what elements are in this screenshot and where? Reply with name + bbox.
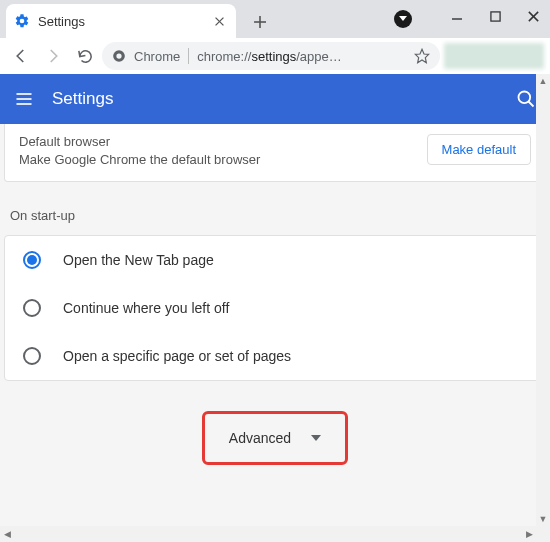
scroll-up-icon[interactable]: ▲ (536, 74, 550, 88)
omnibox[interactable]: Chrome chrome://settings/appe… (102, 42, 440, 70)
close-window-button[interactable] (518, 4, 548, 28)
svg-point-14 (519, 92, 531, 104)
tab-title: Settings (38, 14, 202, 29)
radio-icon (23, 251, 41, 269)
scroll-left-icon[interactable]: ◀ (0, 527, 14, 541)
make-default-button[interactable]: Make default (427, 134, 531, 165)
bookmark-star-icon[interactable] (414, 48, 430, 64)
svg-line-15 (529, 102, 534, 107)
startup-heading: On start-up (0, 182, 550, 235)
reload-button[interactable] (70, 41, 100, 71)
radio-icon (23, 347, 41, 365)
new-tab-button[interactable] (246, 8, 274, 36)
address-bar: Chrome chrome://settings/appe… (0, 38, 550, 74)
advanced-label: Advanced (229, 430, 291, 446)
svg-rect-5 (490, 11, 499, 20)
chrome-label: Chrome (134, 49, 180, 64)
radio-label: Continue where you left off (63, 300, 229, 316)
url-text: chrome://settings/appe… (197, 49, 406, 64)
startup-option-new-tab[interactable]: Open the New Tab page (5, 236, 545, 284)
startup-card: Open the New Tab page Continue where you… (4, 235, 546, 381)
hamburger-menu-icon[interactable] (14, 89, 34, 109)
chrome-page-icon (112, 49, 126, 63)
default-browser-subtitle: Make Google Chrome the default browser (19, 152, 417, 167)
advanced-toggle[interactable]: Advanced (202, 411, 348, 465)
settings-gear-icon (14, 13, 30, 29)
close-tab-icon[interactable] (210, 12, 228, 30)
svg-point-9 (116, 53, 121, 58)
browser-tab[interactable]: Settings (6, 4, 236, 38)
chevron-down-icon (311, 435, 321, 441)
minimize-button[interactable] (442, 4, 472, 28)
radio-icon (23, 299, 41, 317)
content-area: Default browser Make Google Chrome the d… (0, 124, 550, 526)
startup-option-continue[interactable]: Continue where you left off (5, 284, 545, 332)
maximize-button[interactable] (480, 4, 510, 28)
window-controls (442, 4, 548, 28)
radio-label: Open a specific page or set of pages (63, 348, 291, 364)
scroll-down-icon[interactable]: ▼ (536, 512, 550, 526)
account-dropdown-icon[interactable] (394, 10, 412, 31)
page-title: Settings (52, 89, 516, 109)
scroll-right-icon[interactable]: ▶ (522, 527, 536, 541)
radio-label: Open the New Tab page (63, 252, 214, 268)
omnibox-divider (188, 48, 189, 64)
back-button[interactable] (6, 41, 36, 71)
settings-header: Settings (0, 74, 550, 124)
forward-button[interactable] (38, 41, 68, 71)
extension-area (444, 43, 544, 69)
svg-marker-10 (415, 49, 428, 62)
vertical-scrollbar[interactable]: ▲ ▼ (536, 74, 550, 526)
default-browser-card: Default browser Make Google Chrome the d… (4, 124, 546, 182)
search-icon[interactable] (516, 89, 536, 109)
default-browser-title: Default browser (19, 134, 417, 149)
window-titlebar: Settings (0, 0, 550, 38)
scroll-corner (536, 526, 550, 542)
horizontal-scrollbar[interactable]: ◀ ▶ (0, 526, 536, 542)
startup-option-specific-pages[interactable]: Open a specific page or set of pages (5, 332, 545, 380)
